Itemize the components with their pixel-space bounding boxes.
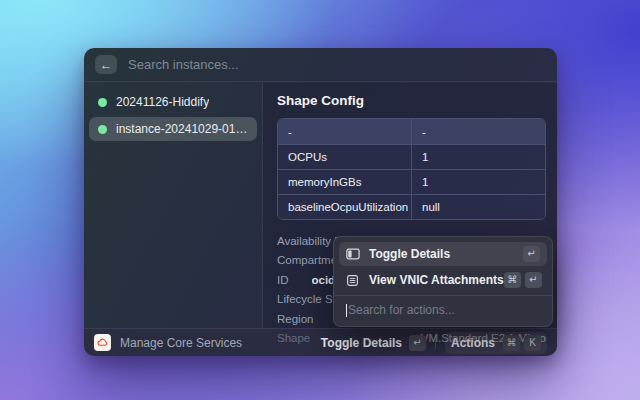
text-cursor bbox=[346, 304, 347, 317]
action-search-input[interactable] bbox=[348, 303, 540, 317]
table-cell-key: memoryInGBs bbox=[278, 170, 412, 194]
menu-divider bbox=[334, 295, 552, 296]
menu-item-shortcut: ⌘ ↵ bbox=[504, 272, 542, 288]
enter-key-badge: ↵ bbox=[523, 246, 540, 262]
menu-item-toggle-details[interactable]: Toggle Details ↵ bbox=[339, 242, 547, 266]
footer-separator bbox=[435, 336, 436, 349]
command-key-badge: ⌘ bbox=[504, 272, 521, 288]
attachments-list-icon bbox=[346, 273, 360, 287]
table-cell-value: null bbox=[412, 195, 545, 219]
menu-item-label: Toggle Details bbox=[369, 247, 450, 261]
sidebar-toggle-icon bbox=[346, 247, 360, 261]
table-row: OCPUs 1 bbox=[278, 144, 545, 169]
app-name-label: Manage Core Services bbox=[120, 336, 242, 350]
primary-action-button[interactable]: Toggle Details bbox=[321, 336, 402, 350]
table-cell-key: - bbox=[278, 119, 412, 144]
menu-item-view-vnic-attachments[interactable]: View VNIC Attachments ⌘ ↵ bbox=[339, 268, 547, 292]
menu-item-shortcut: ↵ bbox=[523, 246, 540, 262]
table-row: - - bbox=[278, 119, 545, 144]
table-row: memoryInGBs 1 bbox=[278, 169, 545, 194]
screen: ← 20241126-Hiddify instance-20241029-010… bbox=[0, 0, 640, 400]
action-search-row bbox=[339, 299, 547, 321]
actions-button[interactable]: Actions ⌘ K bbox=[445, 332, 547, 354]
list-item-instance-selected[interactable]: instance-20241029-0105-Hesti... bbox=[89, 117, 257, 141]
oracle-cloud-icon bbox=[94, 334, 111, 351]
table-cell-key: baselineOcpuUtilization bbox=[278, 195, 412, 219]
table-cell-key: OCPUs bbox=[278, 145, 412, 169]
metadata-label: Region bbox=[277, 313, 313, 325]
instance-list: 20241126-Hiddify instance-20241029-0105-… bbox=[84, 83, 262, 328]
table-row: baselineOcpuUtilization null bbox=[278, 194, 545, 219]
section-title: Shape Config bbox=[277, 93, 546, 108]
status-dot-icon bbox=[98, 125, 107, 134]
back-arrow-icon: ← bbox=[100, 59, 112, 71]
actions-label: Actions bbox=[451, 336, 495, 350]
back-button[interactable]: ← bbox=[95, 55, 117, 74]
k-key-badge: K bbox=[524, 335, 541, 351]
table-cell-value: 1 bbox=[412, 170, 545, 194]
menu-item-label: View VNIC Attachments bbox=[369, 273, 504, 287]
table-cell-value: 1 bbox=[412, 145, 545, 169]
status-dot-icon bbox=[98, 98, 107, 107]
action-menu-popup: Toggle Details ↵ View VNIC Attachments ⌘… bbox=[333, 236, 553, 327]
enter-key-badge: ↵ bbox=[409, 335, 426, 351]
search-input[interactable] bbox=[128, 57, 546, 72]
footer-actions: Toggle Details ↵ Actions ⌘ K bbox=[321, 332, 547, 354]
shape-config-table: - - OCPUs 1 memoryInGBs 1 baselineOcpuUt… bbox=[277, 118, 546, 220]
list-item-label: instance-20241029-0105-Hesti... bbox=[116, 122, 248, 136]
search-bar: ← bbox=[84, 48, 557, 82]
metadata-label: ID bbox=[277, 274, 289, 286]
command-key-badge: ⌘ bbox=[503, 335, 520, 351]
list-item-label: 20241126-Hiddify bbox=[116, 95, 209, 109]
table-cell-value: - bbox=[412, 119, 545, 144]
list-item-hiddify[interactable]: 20241126-Hiddify bbox=[89, 90, 257, 114]
enter-key-badge: ↵ bbox=[525, 272, 542, 288]
footer-bar: Manage Core Services Toggle Details ↵ Ac… bbox=[84, 328, 557, 356]
